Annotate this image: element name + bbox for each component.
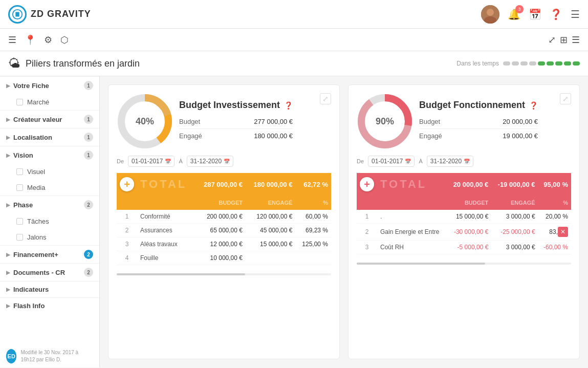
- fonctionnement-title: Budget Fonctionnement: [419, 100, 525, 111]
- from-date-value: 01-01-2017: [132, 158, 163, 165]
- main-layout: ▶ Votre Fiche 1 Marché ▶ Créateur valeur…: [0, 76, 588, 367]
- budget-label: Budget: [179, 118, 200, 125]
- arrow-icon: ▶: [6, 252, 10, 257]
- to-date-input-fonct[interactable]: 31-12-2020 📅: [427, 156, 473, 167]
- close-btn[interactable]: ✕: [558, 228, 568, 235]
- arrow-icon: ▶: [6, 202, 10, 208]
- sidebar-item-documents-cr[interactable]: ▶ Documents - CR 2: [0, 263, 99, 281]
- engaged-value: 180 000,00 €: [254, 132, 293, 140]
- sidebar-item-vision[interactable]: ▶ Vision 1: [0, 146, 99, 164]
- expand-icon-investment[interactable]: ⤢: [320, 93, 331, 104]
- add-investment-button[interactable]: +: [120, 177, 134, 191]
- badge: 2: [84, 200, 93, 209]
- help-icon-fonctionnement[interactable]: ❓: [529, 101, 538, 110]
- hamburger-icon[interactable]: ☰: [571, 8, 580, 20]
- sidebar-item-phase[interactable]: ▶ Phase 2: [0, 196, 99, 213]
- add-fonctionnement-button[interactable]: +: [360, 177, 374, 191]
- expand-icon-fonctionnement[interactable]: ⤢: [560, 93, 571, 104]
- table-row: 1 Conformité 200 000,00 € 120 000,00 € 6…: [117, 210, 331, 224]
- badge: 1: [84, 150, 93, 160]
- location-icon[interactable]: 📍: [25, 34, 36, 46]
- checkbox-jalons[interactable]: [16, 234, 23, 241]
- investment-header-row: BUDGET ENGAGÉ %: [117, 196, 331, 210]
- checkbox-visuel[interactable]: [16, 168, 23, 175]
- sidebar-item-localisation[interactable]: ▶ Localisation 1: [0, 128, 99, 146]
- sidebar-label: Jalons: [27, 233, 47, 241]
- to-date-input[interactable]: 31-12-2020 📅: [187, 156, 233, 167]
- from-date-input[interactable]: 01-01-2017 📅: [128, 156, 175, 167]
- total-budget: 287 000,00 €: [196, 173, 246, 196]
- from-label-fonct: De: [357, 158, 364, 164]
- investment-table-scroll: + TOTAL 287 000,00 € 180 000,00 € 62,72 …: [117, 173, 331, 265]
- arrow-icon: ▶: [6, 287, 10, 292]
- budget-value-fonct: 20 000,00 €: [503, 118, 538, 125]
- badge: 1: [84, 115, 93, 124]
- to-label-fonct: À: [419, 158, 422, 164]
- calendar-icon-from-fonct: 📅: [405, 159, 411, 164]
- second-nav: ☰ 📍 ⚙ ⬡ ⤢ ⊞ ☰: [0, 29, 588, 51]
- sidebar-item-media[interactable]: Media: [0, 180, 99, 196]
- user-avatar: ED: [6, 349, 16, 363]
- help-icon[interactable]: ❓: [550, 8, 562, 20]
- sidebar-label: Visuel: [27, 168, 45, 176]
- sidebar-item-createur-valeur[interactable]: ▶ Créateur valeur 1: [0, 110, 99, 128]
- sidebar-item-jalons[interactable]: Jalons: [0, 229, 99, 245]
- donut-percent-fonct: 90%: [376, 116, 394, 127]
- notification-bell[interactable]: 🔔 3: [508, 8, 520, 20]
- sidebar-item-marche[interactable]: Marché: [0, 94, 99, 110]
- app-name: ZD GRAVITY: [31, 9, 91, 19]
- calendar-icon-from: 📅: [165, 159, 171, 164]
- table-row: 2 Assurances 65 000,00 € 45 000,00 € 69,…: [117, 224, 331, 237]
- sidebar-item-indicateurs[interactable]: ▶ Indicateurs: [0, 281, 99, 297]
- budget-value: 277 000,00 €: [254, 118, 293, 125]
- calendar-icon[interactable]: 📅: [529, 8, 541, 20]
- top-nav: G ZD GRAVITY 🔔 3 📅 ❓ ☰: [0, 0, 588, 29]
- arrow-icon: ▶: [6, 153, 10, 158]
- card-header-investment: 40% Budget Investissement ❓ Budget 277 0…: [117, 93, 331, 149]
- table-row: 3 Aléas travaux 12 000,00 € 15 000,00 € …: [117, 237, 331, 251]
- sidebar-item-visuel[interactable]: Visuel: [0, 164, 99, 180]
- content-area: 40% Budget Investissement ❓ Budget 277 0…: [100, 76, 588, 367]
- page-title-bar: 🌤 Piliers transformés en jardin Dans les…: [0, 51, 588, 76]
- fonctionnement-engaged-row: Engagé 19 000,00 €: [419, 129, 538, 143]
- investment-engaged-row: Engagé 180 000,00 €: [179, 129, 293, 143]
- layers-icon[interactable]: ⬡: [60, 34, 69, 46]
- table-row: 4 Fouille 10 000,00 €: [117, 251, 331, 265]
- engaged-label-fonct: Engagé: [419, 132, 442, 140]
- investment-budget-row: Budget 277 000,00 €: [179, 115, 293, 129]
- fonctionnement-date-row: De 01-01-2017 📅 À 31-12-2020 📅: [357, 156, 571, 167]
- sidebar-label: Documents - CR: [13, 269, 65, 276]
- checkbox-taches[interactable]: [16, 218, 23, 225]
- notification-badge: 3: [515, 5, 524, 13]
- sidebar-label: Votre Fiche: [13, 82, 49, 90]
- menu-icon[interactable]: ☰: [8, 34, 16, 46]
- sidebar-item-financement[interactable]: ▶ Financement+ 2: [0, 245, 99, 263]
- settings-icon[interactable]: ⚙: [44, 34, 52, 46]
- checkbox-marche[interactable]: [16, 99, 23, 105]
- sidebar-label: Media: [27, 184, 45, 191]
- sidebar-item-taches[interactable]: Tâches: [0, 213, 99, 229]
- sidebar-label: Vision: [13, 151, 33, 159]
- total-engaged: 180 000,00 €: [246, 173, 295, 196]
- modified-text: Modifié le 30 Nov. 2017 à 16h12 par Elli…: [20, 349, 94, 363]
- arrow-icon: ▶: [6, 270, 10, 275]
- sidebar-item-votre-fiche[interactable]: ▶ Votre Fiche 1: [0, 76, 99, 94]
- fonctionnement-table-scroll: + TOTAL 20 000,00 € -19 000,00 € 95,00 %…: [357, 173, 571, 254]
- arrow-icon: ▶: [6, 303, 10, 309]
- arrow-icon: ▶: [6, 117, 10, 122]
- help-icon-investment[interactable]: ❓: [284, 101, 293, 110]
- investment-total-row: + TOTAL 287 000,00 € 180 000,00 € 62,72 …: [117, 173, 331, 196]
- avatar: [481, 5, 499, 24]
- grid-icon[interactable]: ⊞: [560, 34, 568, 46]
- total-budget-fonct: 20 000,00 €: [447, 173, 492, 196]
- expand-icon[interactable]: ⤢: [548, 34, 556, 46]
- card-header-fonctionnement: 90% Budget Fonctionnement ❓ Budget 20 00…: [357, 93, 571, 149]
- sidebar-label: Marché: [27, 98, 49, 106]
- more-icon[interactable]: ☰: [572, 34, 580, 46]
- checkbox-media[interactable]: [16, 184, 23, 191]
- sidebar-item-flash-info[interactable]: ▶ Flash Info: [0, 297, 99, 314]
- nav-right: 🔔 3 📅 ❓ ☰: [481, 5, 580, 24]
- fonctionnement-info: Budget Fonctionnement ❓ Budget 20 000,00…: [419, 100, 538, 143]
- from-date-input-fonct[interactable]: 01-01-2017 📅: [368, 156, 415, 167]
- table-row: 2 Gain Energie et Entre -30 000,00 € -25…: [357, 224, 571, 241]
